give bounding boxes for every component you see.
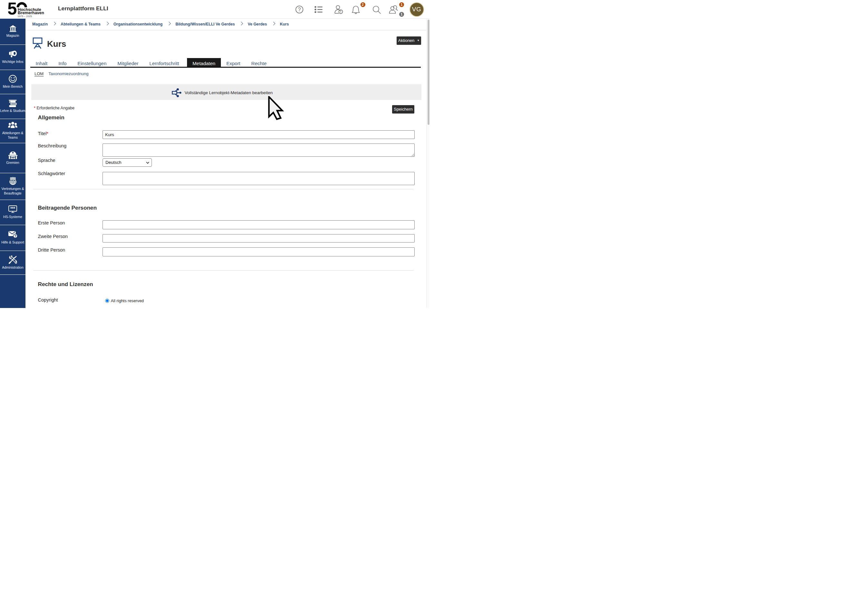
svg-text:5: 5 bbox=[8, 2, 17, 18]
svg-text:!: ! bbox=[340, 10, 342, 14]
svg-text:?: ? bbox=[298, 7, 301, 12]
svg-text:?: ? bbox=[14, 234, 16, 238]
svg-text:1975 – 2025: 1975 – 2025 bbox=[18, 15, 32, 18]
svg-text:***: *** bbox=[10, 206, 16, 211]
